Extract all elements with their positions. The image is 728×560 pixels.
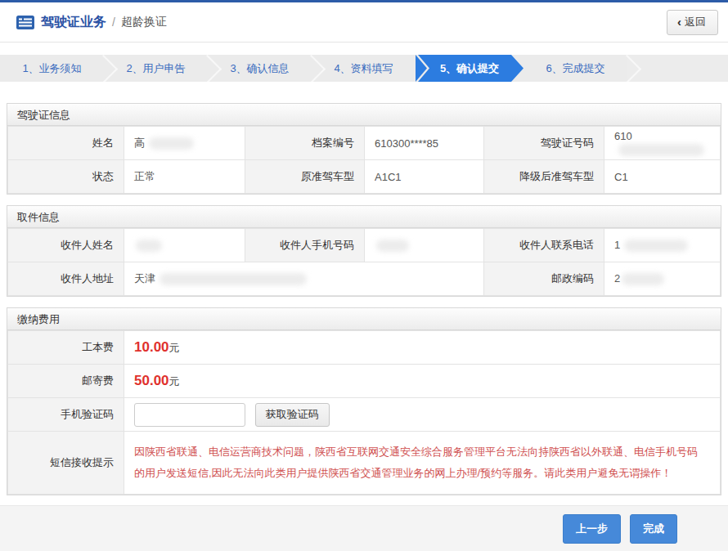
breadcrumb-current: 超龄换证: [121, 15, 167, 29]
downgraded-class-value: C1: [604, 160, 721, 194]
previous-step-button[interactable]: 上一步: [563, 514, 621, 544]
orig-class-value: A1C1: [365, 160, 484, 194]
page-header: 驾驶证业务 / 超龄换证 ‹ 返回: [0, 2, 728, 43]
menu-list-icon: [16, 16, 34, 29]
fees-table: 工本费 10.00元 邮寄费 50.00元 手机验证码 获取验证码 短信接收提示…: [7, 330, 721, 495]
table-row: 短信接收提示 因陕西省联通、电信运营商技术问题，陕西省互联网交通安全综合服务管理…: [8, 432, 721, 495]
status-label: 状态: [8, 160, 124, 194]
work-fee-value: 10.00元: [124, 331, 721, 365]
chevron-left-icon: ‹: [677, 16, 681, 28]
tab-step-6[interactable]: 6、完成提交: [524, 55, 627, 82]
recipient-address-label: 收件人地址: [8, 262, 124, 296]
sms-code-label: 手机验证码: [8, 398, 124, 432]
redaction-smudge: [160, 273, 307, 285]
redaction-smudge: [136, 240, 162, 252]
sms-tip-text: 因陕西省联通、电信运营商技术问题，陕西省互联网交通安全综合服务管理平台无法向持陕…: [134, 432, 720, 494]
table-row: 工本费 10.00元: [8, 331, 721, 365]
downgraded-class-label: 降级后准驾车型: [484, 160, 604, 194]
redaction-smudge: [376, 240, 409, 252]
redaction-smudge: [618, 144, 704, 156]
post-fee-value: 50.00元: [124, 365, 721, 398]
table-row: 姓名 高 档案编号 610300****85 驾驶证号码 610: [8, 127, 721, 160]
work-fee-amount: 10.00: [134, 339, 169, 355]
recipient-phone-label: 收件人联系电话: [484, 229, 604, 262]
sms-tip-label: 短信接收提示: [8, 432, 124, 495]
section-fees: 缴纳费用 工本费 10.00元 邮寄费 50.00元 手机验证码 获取验证码 短…: [7, 307, 721, 495]
redaction-smudge: [624, 240, 688, 252]
recipient-phone-value: 1: [604, 229, 721, 262]
active-tab-label: 5、确认提交: [416, 55, 524, 82]
sms-code-cell: 获取验证码: [124, 398, 721, 432]
sms-tip-cell: 因陕西省联通、电信运营商技术问题，陕西省互联网交通安全综合服务管理平台无法向持陕…: [124, 432, 721, 495]
post-fee-label: 邮寄费: [8, 365, 124, 398]
tab-step-5-active[interactable]: 5、确认提交: [416, 55, 524, 82]
redaction-smudge: [149, 137, 194, 150]
table-row: 状态 正常 原准驾车型 A1C1 降级后准驾车型 C1: [8, 160, 721, 194]
breadcrumb-separator: /: [112, 16, 115, 29]
name-label: 姓名: [8, 127, 124, 160]
name-value: 高: [124, 127, 245, 160]
postcode-value: 2: [604, 262, 721, 296]
license-info-table: 姓名 高 档案编号 610300****85 驾驶证号码 610 状态 正常 原…: [7, 126, 721, 194]
back-button[interactable]: ‹ 返回: [667, 10, 718, 35]
recipient-name-label: 收件人姓名: [8, 229, 124, 262]
orig-class-label: 原准驾车型: [245, 160, 365, 194]
table-row: 手机验证码 获取验证码: [8, 398, 721, 432]
redaction-smudge: [622, 273, 664, 285]
tab-step-2[interactable]: 2、用户申告: [104, 55, 208, 82]
sms-code-input[interactable]: [134, 403, 245, 427]
license-no-label: 驾驶证号码: [484, 127, 604, 160]
work-fee-unit: 元: [169, 342, 180, 354]
license-no-value: 610: [604, 127, 721, 160]
section-title-fees: 缴纳费用: [7, 308, 721, 330]
recipient-mobile-value: [365, 229, 484, 262]
step-tabs: 1、业务须知 2、用户申告 3、确认信息 4、资料填写 5、确认提交 6、完成提…: [0, 55, 728, 82]
recipient-name-value: [124, 229, 245, 262]
footer-action-bar: 上一步 完成: [0, 505, 728, 551]
status-value: 正常: [124, 160, 245, 194]
recipient-mobile-label: 收件人手机号码: [245, 229, 365, 262]
recipient-address-value: 天津: [124, 262, 484, 296]
post-fee-unit: 元: [169, 375, 180, 388]
file-no-value: 610300****85: [365, 127, 484, 160]
get-code-button[interactable]: 获取验证码: [255, 403, 330, 427]
work-fee-label: 工本费: [8, 331, 124, 365]
finish-button[interactable]: 完成: [630, 514, 677, 544]
table-row: 收件人地址 天津 邮政编码 2: [8, 262, 721, 296]
section-license-info: 驾驶证信息 姓名 高 档案编号 610300****85 驾驶证号码 610 状…: [7, 103, 721, 195]
tab-bar-filler: [627, 55, 728, 82]
table-row: 邮寄费 50.00元: [8, 365, 721, 398]
section-title-pickup: 取件信息: [7, 206, 721, 228]
file-no-label: 档案编号: [245, 127, 365, 160]
section-title-license: 驾驶证信息: [7, 104, 721, 126]
tab-step-4[interactable]: 4、资料填写: [312, 55, 416, 82]
post-fee-amount: 50.00: [134, 373, 169, 388]
back-button-label: 返回: [685, 15, 706, 29]
postcode-label: 邮政编码: [484, 262, 604, 296]
section-pickup-info: 取件信息 收件人姓名 收件人手机号码 收件人联系电话 1 收件人地址 天津 邮政…: [7, 205, 721, 297]
pickup-info-table: 收件人姓名 收件人手机号码 收件人联系电话 1 收件人地址 天津 邮政编码 2: [7, 228, 721, 296]
page-title: 驾驶证业务: [41, 14, 106, 31]
table-row: 收件人姓名 收件人手机号码 收件人联系电话 1: [8, 229, 721, 262]
tab-step-3[interactable]: 3、确认信息: [208, 55, 312, 82]
tab-step-1[interactable]: 1、业务须知: [0, 55, 104, 82]
